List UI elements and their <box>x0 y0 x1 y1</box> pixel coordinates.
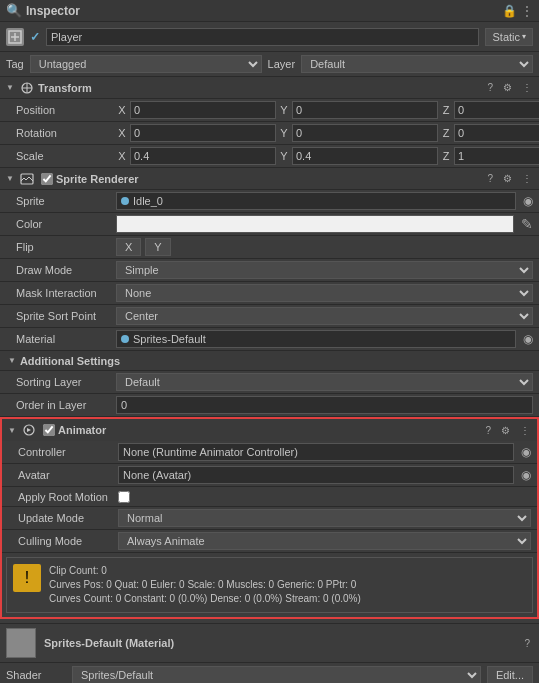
sprite-renderer-active-checkbox[interactable] <box>41 173 53 185</box>
rotation-label: Rotation <box>16 127 116 139</box>
avatar-picker-btn[interactable]: ◉ <box>521 468 531 482</box>
rotation-z[interactable] <box>454 124 539 142</box>
additional-settings-header[interactable]: ▼ Additional Settings <box>0 351 539 371</box>
animator-icon <box>21 422 37 438</box>
material-thumbnail <box>6 628 36 658</box>
transform-section-header[interactable]: ▼ Transform ? ⚙ ⋮ <box>0 77 539 99</box>
controller-input[interactable] <box>118 443 514 461</box>
animator-more[interactable]: ⋮ <box>517 424 533 437</box>
apply-root-motion-label: Apply Root Motion <box>18 491 118 503</box>
culling-mode-select[interactable]: Always Animate <box>118 532 531 550</box>
transform-more[interactable]: ⋮ <box>519 81 535 94</box>
rotation-row: Rotation X Y Z <box>0 122 539 145</box>
order-in-layer-value <box>116 396 533 414</box>
material-info: Sprites-Default (Material) <box>44 637 513 649</box>
tag-select[interactable]: Untagged <box>30 55 262 73</box>
position-y[interactable] <box>292 101 438 119</box>
apply-root-motion-row: Apply Root Motion <box>2 487 537 507</box>
additional-settings-toggle[interactable]: ▼ <box>8 356 16 365</box>
sprite-sort-point-label: Sprite Sort Point <box>16 310 116 322</box>
color-row: Color ✎ <box>0 213 539 236</box>
layer-select[interactable]: Default <box>301 55 533 73</box>
apply-root-motion-value <box>118 491 531 503</box>
shader-row: Shader Sprites/Default Edit... <box>0 663 539 683</box>
scale-row: Scale X Y Z <box>0 145 539 168</box>
position-x[interactable] <box>130 101 276 119</box>
sprite-renderer-title: Sprite Renderer <box>56 173 484 185</box>
additional-settings-title: Additional Settings <box>20 355 120 367</box>
shader-label: Shader <box>6 669 66 681</box>
object-name-input[interactable] <box>46 28 479 46</box>
sprite-renderer-more[interactable]: ⋮ <box>519 172 535 185</box>
material-dot-icon <box>121 335 129 343</box>
flip-buttons: X Y <box>116 238 533 256</box>
transform-help[interactable]: ? <box>484 81 496 94</box>
update-mode-select[interactable]: Normal <box>118 509 531 527</box>
draw-mode-label: Draw Mode <box>16 264 116 276</box>
static-button[interactable]: Static ▾ <box>485 28 533 46</box>
object-header: ✓ Static ▾ <box>0 22 539 52</box>
controller-picker-btn[interactable]: ◉ <box>521 445 531 459</box>
object-active-checkbox[interactable]: ✓ <box>30 30 40 44</box>
apply-root-motion-checkbox[interactable] <box>118 491 130 503</box>
sorting-layer-label: Sorting Layer <box>16 376 116 388</box>
scale-coords: X Y Z <box>116 147 539 165</box>
sprite-row: Sprite Idle_0 ◉ <box>0 190 539 213</box>
warning-text: Clip Count: 0 Curves Pos: 0 Quat: 0 Eule… <box>49 564 361 606</box>
material-picker-btn[interactable]: ◉ <box>523 332 533 346</box>
sprite-renderer-help[interactable]: ? <box>484 172 496 185</box>
draw-mode-select[interactable]: Simple <box>116 261 533 279</box>
update-mode-value: Normal <box>118 509 531 527</box>
animator-header[interactable]: ▼ Animator ? ⚙ ⋮ <box>2 419 537 441</box>
sprite-renderer-header[interactable]: ▼ Sprite Renderer ? ⚙ ⋮ <box>0 168 539 190</box>
shader-edit-button[interactable]: Edit... <box>487 666 533 683</box>
sprite-name: Idle_0 <box>133 195 163 207</box>
mask-interaction-select[interactable]: None <box>116 284 533 302</box>
avatar-label: Avatar <box>18 469 118 481</box>
material-section-name: Sprites-Default (Material) <box>44 637 513 649</box>
material-field[interactable]: Sprites-Default <box>116 330 516 348</box>
scale-z[interactable] <box>454 147 539 165</box>
flip-y-button[interactable]: Y <box>145 238 170 256</box>
sprite-renderer-settings[interactable]: ⚙ <box>500 172 515 185</box>
animator-settings[interactable]: ⚙ <box>498 424 513 437</box>
color-edit-icon[interactable]: ✎ <box>521 216 533 232</box>
color-value: ✎ <box>116 215 533 233</box>
animator-help[interactable]: ? <box>482 424 494 437</box>
color-label: Color <box>16 218 116 230</box>
material-name-text: Sprites-Default <box>133 333 206 345</box>
order-in-layer-input[interactable] <box>116 396 533 414</box>
flip-x-button[interactable]: X <box>116 238 141 256</box>
scale-y[interactable] <box>292 147 438 165</box>
transform-settings[interactable]: ⚙ <box>500 81 515 94</box>
avatar-input[interactable] <box>118 466 514 484</box>
material-help-btn[interactable]: ? <box>521 637 533 650</box>
transform-actions: ? ⚙ ⋮ <box>484 81 535 94</box>
animator-active-checkbox[interactable] <box>43 424 55 436</box>
rotation-y[interactable] <box>292 124 438 142</box>
animator-toggle[interactable]: ▼ <box>6 424 18 436</box>
rotation-x[interactable] <box>130 124 276 142</box>
lock-icon[interactable]: 🔒 <box>502 4 517 18</box>
animator-actions: ? ⚙ ⋮ <box>482 424 533 437</box>
position-z[interactable] <box>454 101 539 119</box>
sorting-layer-select[interactable]: Default <box>116 373 533 391</box>
object-icon <box>6 28 24 46</box>
transform-toggle[interactable]: ▼ <box>4 82 16 94</box>
transform-icon <box>19 80 35 96</box>
animator-section: ▼ Animator ? ⚙ ⋮ Controller ◉ Avatar ◉ A… <box>0 417 539 619</box>
flip-row: Flip X Y <box>0 236 539 259</box>
update-mode-row: Update Mode Normal <box>2 507 537 530</box>
sprite-picker-btn[interactable]: ◉ <box>523 194 533 208</box>
sprite-sort-point-select[interactable]: Center <box>116 307 533 325</box>
more-icon[interactable]: ⋮ <box>521 4 533 18</box>
flip-label: Flip <box>16 241 116 253</box>
sprite-field[interactable]: Idle_0 <box>116 192 516 210</box>
culling-mode-value: Always Animate <box>118 532 531 550</box>
sprite-renderer-toggle[interactable]: ▼ <box>4 173 16 185</box>
rotation-coords: X Y Z <box>116 124 539 142</box>
color-field[interactable] <box>116 215 514 233</box>
shader-select[interactable]: Sprites/Default <box>72 666 481 683</box>
position-label: Position <box>16 104 116 116</box>
scale-x[interactable] <box>130 147 276 165</box>
